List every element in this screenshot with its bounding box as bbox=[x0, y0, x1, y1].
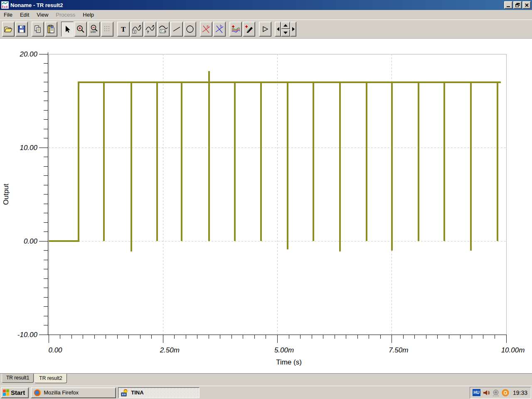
svg-text:2.50m: 2.50m bbox=[160, 346, 180, 354]
volume-icon[interactable] bbox=[483, 389, 490, 397]
zoom-in-button[interactable] bbox=[74, 22, 87, 37]
curve-label-icon: T bbox=[132, 24, 142, 34]
arrow-left-icon bbox=[277, 27, 279, 31]
curve-query-button[interactable]: ? bbox=[144, 22, 156, 37]
restore-button[interactable] bbox=[513, 1, 522, 9]
diagram-client-area: 20.0010.000.00-10.000.002.50m5.00m7.50m1… bbox=[0, 39, 532, 373]
taskbar: Start Mozilla Firefox TINA HU bbox=[0, 386, 532, 399]
cursor-b-icon: b bbox=[214, 24, 224, 34]
pen-button[interactable] bbox=[243, 22, 255, 37]
svg-text:=x: =x bbox=[163, 30, 167, 33]
window-title: Noname - TR result2 bbox=[10, 2, 63, 8]
task-tina-label: TINA bbox=[131, 389, 143, 396]
gridlines bbox=[49, 54, 506, 335]
copy-icon bbox=[33, 25, 42, 34]
task-firefox[interactable]: Mozilla Firefox bbox=[31, 387, 116, 398]
text-tool-button[interactable]: T bbox=[117, 22, 130, 37]
keyboard-layout-indicator[interactable]: HU bbox=[473, 389, 480, 396]
system-tray: HU 19:33 bbox=[470, 387, 531, 399]
line-tool-button[interactable] bbox=[170, 22, 183, 37]
copy-button[interactable] bbox=[32, 22, 44, 37]
ellipse-tool-icon bbox=[185, 25, 195, 34]
select-tool-button[interactable] bbox=[61, 22, 74, 37]
axes bbox=[39, 52, 507, 343]
paste-button[interactable] bbox=[45, 22, 57, 37]
prev-curve-button[interactable] bbox=[275, 22, 281, 37]
start-label: Start bbox=[11, 389, 25, 396]
arrow-down-icon bbox=[283, 32, 288, 34]
cursor-a-button[interactable]: a bbox=[200, 22, 212, 37]
sound-device-icon[interactable] bbox=[492, 389, 500, 397]
zoom-in-icon bbox=[76, 25, 85, 34]
titlebar: Noname - TR result2 bbox=[0, 0, 532, 10]
line-tool-icon bbox=[172, 25, 181, 34]
cursor-a-icon: a bbox=[201, 24, 211, 34]
text-tool-icon: T bbox=[119, 25, 128, 34]
task-firefox-label: Mozilla Firefox bbox=[44, 389, 79, 396]
plot-area[interactable]: 20.0010.000.00-10.000.002.50m5.00m7.50m1… bbox=[0, 39, 532, 373]
avast-icon[interactable] bbox=[502, 389, 509, 397]
menu-file[interactable]: File bbox=[0, 10, 16, 19]
svg-text:?: ? bbox=[147, 30, 149, 34]
save-floppy-icon bbox=[17, 25, 26, 34]
zoom-100-icon: 100 bbox=[89, 24, 99, 34]
tab-tr-result1[interactable]: TR result1 bbox=[2, 374, 34, 383]
grid-button bbox=[101, 22, 113, 37]
svg-text:10.00: 10.00 bbox=[20, 144, 37, 152]
window-controls bbox=[504, 1, 532, 9]
arrow-up-icon bbox=[283, 24, 288, 27]
svg-text:20.00: 20.00 bbox=[19, 50, 37, 58]
minimize-button[interactable] bbox=[504, 1, 512, 9]
task-tina[interactable]: TINA bbox=[118, 387, 200, 398]
open-button[interactable] bbox=[2, 22, 15, 37]
curve-query-icon: ? bbox=[145, 24, 155, 34]
paste-icon bbox=[47, 25, 56, 34]
svg-text:5.00m: 5.00m bbox=[274, 346, 294, 354]
arrow-right-icon bbox=[292, 27, 295, 31]
spin-down-button[interactable] bbox=[281, 29, 290, 37]
save-button[interactable] bbox=[15, 22, 28, 37]
zoom-100-button[interactable]: 100 bbox=[88, 22, 100, 37]
start-button[interactable]: Start bbox=[1, 387, 29, 398]
x-axis-title: Time (s) bbox=[276, 358, 302, 366]
app-icon[interactable] bbox=[1, 1, 9, 9]
tab-tr-result2[interactable]: TR result2 bbox=[34, 374, 66, 383]
svg-text:T: T bbox=[121, 25, 126, 33]
toolbar: 100 T T ? bbox=[0, 20, 532, 39]
svg-text:a: a bbox=[207, 24, 209, 28]
tina-diagram-icon bbox=[1, 1, 9, 9]
flag-icon bbox=[261, 25, 270, 34]
curve-legend-button[interactable]: =x bbox=[157, 22, 170, 37]
menu-edit[interactable]: Edit bbox=[16, 10, 33, 19]
add-curves-button[interactable] bbox=[229, 22, 242, 37]
spin-up-button[interactable] bbox=[281, 22, 290, 29]
y-axis-title: Output bbox=[2, 184, 10, 205]
menu-view[interactable]: View bbox=[33, 10, 52, 19]
close-button[interactable] bbox=[522, 1, 531, 9]
cursor-arrow-icon bbox=[63, 25, 72, 34]
cursor-b-button[interactable]: b bbox=[213, 22, 226, 37]
tina-icon bbox=[121, 389, 128, 397]
add-curves-icon bbox=[231, 24, 241, 34]
waveform-output bbox=[49, 71, 501, 251]
svg-text:T: T bbox=[133, 30, 135, 33]
svg-text:-10.00: -10.00 bbox=[17, 331, 38, 339]
close-icon bbox=[525, 3, 529, 7]
curve-label-button[interactable]: T bbox=[131, 22, 143, 37]
svg-text:7.50m: 7.50m bbox=[389, 346, 408, 354]
taskbar-clock[interactable]: 19:33 bbox=[513, 389, 527, 396]
next-curve-button[interactable] bbox=[290, 22, 296, 37]
restore-icon bbox=[515, 3, 520, 7]
minimize-icon bbox=[507, 6, 510, 7]
grid-icon bbox=[103, 25, 112, 34]
menu-process: Process bbox=[52, 10, 79, 19]
menu-help[interactable]: Help bbox=[79, 10, 98, 19]
menubar: File Edit View Process Help bbox=[0, 10, 532, 20]
curve-spinner bbox=[281, 22, 290, 37]
open-folder-icon bbox=[4, 25, 13, 34]
flag-button[interactable] bbox=[259, 22, 271, 37]
ellipse-tool-button[interactable] bbox=[184, 22, 196, 37]
firefox-icon bbox=[34, 389, 41, 397]
svg-text:100: 100 bbox=[90, 30, 96, 34]
svg-text:0.00: 0.00 bbox=[48, 346, 62, 354]
